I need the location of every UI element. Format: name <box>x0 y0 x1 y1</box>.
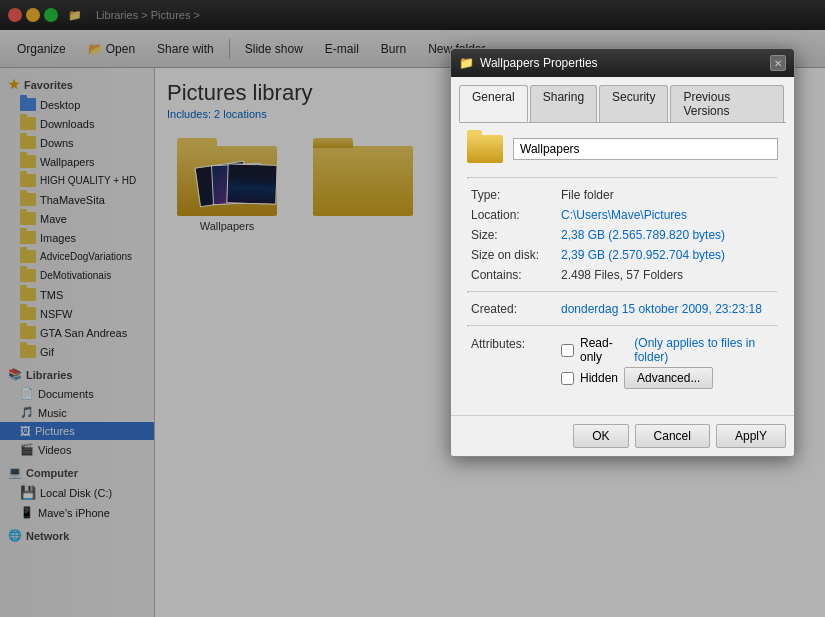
attributes-table: Attributes: Read-only (Only applies to f… <box>467 333 778 395</box>
folder-name-input[interactable] <box>513 138 778 160</box>
dialog-content: General Sharing Security Previous Versio… <box>451 77 794 415</box>
apply-button[interactable]: ApplY <box>716 424 786 448</box>
folder-icon-large <box>467 135 503 163</box>
hidden-checkbox[interactable] <box>561 372 574 385</box>
readonly-note: (Only applies to files in folder) <box>634 336 774 364</box>
table-row-contains: Contains: 2.498 Files, 57 Folders <box>467 265 778 285</box>
tab-sharing[interactable]: Sharing <box>530 85 597 122</box>
dialog-title-text: 📁 Wallpapers Properties <box>459 56 598 70</box>
dialog-footer: OK Cancel ApplY <box>451 415 794 456</box>
info-table-created: Created: donderdag 15 oktober 2009, 23:2… <box>467 299 778 319</box>
properties-dialog: 📁 Wallpapers Properties ✕ General Sharin… <box>450 48 795 457</box>
dialog-title-bar: 📁 Wallpapers Properties ✕ <box>451 49 794 77</box>
table-row-created: Created: donderdag 15 oktober 2009, 23:2… <box>467 299 778 319</box>
divider-2 <box>467 291 778 293</box>
dialog-folder-icon: 📁 <box>459 56 474 70</box>
ok-button[interactable]: OK <box>573 424 628 448</box>
tab-security[interactable]: Security <box>599 85 668 122</box>
table-row-size: Size: 2,38 GB (2.565.789.820 bytes) <box>467 225 778 245</box>
attributes-row: Attributes: Read-only (Only applies to f… <box>467 333 778 395</box>
divider-1 <box>467 177 778 179</box>
dialog-overlay: 📁 Wallpapers Properties ✕ General Sharin… <box>0 0 825 617</box>
table-row-type: Type: File folder <box>467 185 778 205</box>
folder-name-row <box>467 135 778 163</box>
tab-general[interactable]: General <box>459 85 528 122</box>
tab-general-content: Type: File folder Location: C:\Users\Mav… <box>459 123 786 407</box>
advanced-button[interactable]: Advanced... <box>624 367 713 389</box>
table-row-location: Location: C:\Users\Mave\Pictures <box>467 205 778 225</box>
cancel-button[interactable]: Cancel <box>635 424 710 448</box>
tab-previous-versions[interactable]: Previous Versions <box>670 85 784 122</box>
info-table: Type: File folder Location: C:\Users\Mav… <box>467 185 778 285</box>
table-row-size-on-disk: Size on disk: 2,39 GB (2.570.952.704 byt… <box>467 245 778 265</box>
divider-3 <box>467 325 778 327</box>
readonly-checkbox[interactable] <box>561 344 574 357</box>
hidden-row: Hidden Advanced... <box>561 367 774 389</box>
dialog-tabs: General Sharing Security Previous Versio… <box>459 85 786 123</box>
readonly-row: Read-only (Only applies to files in fold… <box>561 336 774 364</box>
dialog-close-button[interactable]: ✕ <box>770 55 786 71</box>
